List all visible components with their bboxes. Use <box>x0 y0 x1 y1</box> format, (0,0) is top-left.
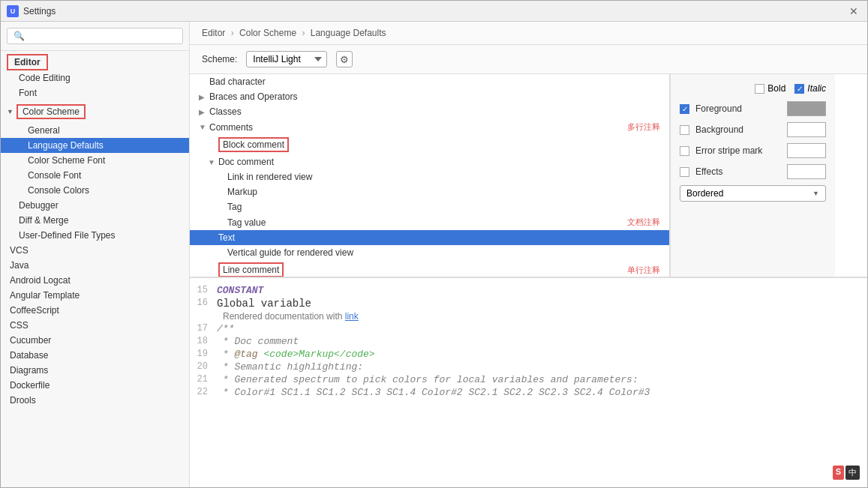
tree-item-label: Link in rendered view <box>227 172 312 182</box>
tree-item-comments[interactable]: ▼ Comments 多行注释 <box>190 119 669 135</box>
settings-window: U Settings ✕ Editor Code Editing Font ▼ <box>0 0 868 488</box>
chevron-classes: ▶ <box>199 108 206 116</box>
sidebar-item-console-font[interactable]: Console Font <box>1 168 189 183</box>
background-checkbox[interactable] <box>680 125 689 135</box>
foreground-checkbox[interactable] <box>680 104 689 114</box>
main-area: Editor › Color Scheme › Language Default… <box>190 22 867 487</box>
gear-button[interactable]: ⚙ <box>336 51 353 67</box>
code-line-19: 19 * @tag <code>Markup</code> <box>190 348 867 361</box>
italic-checkbox[interactable] <box>794 84 804 94</box>
tree-item-tag-value[interactable]: Tag value 文档注释 <box>190 214 669 230</box>
sidebar-item-vcs[interactable]: VCS <box>1 243 189 258</box>
effects-color-swatch[interactable] <box>787 164 826 179</box>
sidebar-item-dockerfile[interactable]: Dockerfile <box>1 378 189 393</box>
line-num-18: 18 <box>190 336 217 346</box>
app-icon: U <box>7 5 19 17</box>
tree-item-text[interactable]: Text <box>190 230 669 245</box>
effects-label: Effects <box>695 166 781 177</box>
effects-dropdown[interactable]: Bordered ▼ <box>680 185 826 202</box>
editor-label: Editor <box>7 54 48 70</box>
tree-item-classes[interactable]: ▶ Classes <box>190 104 669 119</box>
line-content-20: * Semantic highlighting: <box>217 361 867 373</box>
tree-item-label: Comments <box>209 122 253 133</box>
bold-label: Bold <box>767 83 785 94</box>
sidebar-item-java[interactable]: Java <box>1 258 189 273</box>
breadcrumb-sep2: › <box>302 28 307 38</box>
sidebar-item-debugger[interactable]: Debugger <box>1 198 189 213</box>
sidebar-item-color-scheme-font[interactable]: Color Scheme Font <box>1 153 189 168</box>
code-line-18: 18 * Doc comment <box>190 335 867 348</box>
tree-item-doc-comment[interactable]: ▼ Doc comment <box>190 154 669 169</box>
sidebar-item-code-editing[interactable]: Code Editing <box>1 70 189 85</box>
sidebar-item-coffeescript[interactable]: CoffeeScript <box>1 303 189 318</box>
sidebar-color-scheme-group: ▼ Color Scheme <box>1 102 189 121</box>
tree-item-label: Classes <box>209 106 242 117</box>
line-content-21: * Generated spectrum to pick colors for … <box>217 374 867 385</box>
effects-checkbox[interactable] <box>680 167 689 177</box>
tree-item-markup[interactable]: Markup <box>190 184 669 199</box>
tree-item-block-comment[interactable]: Block comment <box>190 135 669 154</box>
tree-item-link-rendered[interactable]: Link in rendered view <box>190 169 669 184</box>
bold-italic-row: Bold Italic <box>680 83 826 94</box>
chevron-down-icon: ▼ <box>812 190 819 197</box>
sidebar-item-database[interactable]: Database <box>1 348 189 363</box>
properties-panel: Bold Italic Foreground <box>670 74 835 277</box>
chevron-braces: ▶ <box>199 93 206 101</box>
sidebar: Editor Code Editing Font ▼ Color Scheme … <box>1 22 190 487</box>
error-stripe-color-swatch[interactable] <box>787 143 826 158</box>
code-line-16: 16 Global variable <box>190 297 867 310</box>
line-content-17: /** <box>217 323 867 334</box>
sidebar-item-diff-merge[interactable]: Diff & Merge <box>1 213 189 228</box>
line-content-doc: Rendered documentation with link <box>217 311 867 322</box>
sidebar-item-android-logcat[interactable]: Android Logcat <box>1 273 189 288</box>
sidebar-item-css[interactable]: CSS <box>1 318 189 333</box>
tree-item-label: Bad character <box>209 76 266 87</box>
tree-item-bad-character[interactable]: Bad character <box>190 74 669 89</box>
tree-item-vertical-guide[interactable]: Vertical guide for rendered view <box>190 245 669 260</box>
tag-value-annotation: 文档注释 <box>627 217 660 228</box>
sidebar-item-cucumber[interactable]: Cucumber <box>1 333 189 348</box>
sidebar-item-drools[interactable]: Drools <box>1 393 189 408</box>
bold-checkbox[interactable] <box>755 84 764 94</box>
tree-item-label: Text <box>218 232 235 243</box>
italic-option: Italic <box>794 83 826 94</box>
background-color-swatch[interactable] <box>787 122 826 137</box>
line-content-16: Global variable <box>217 298 867 310</box>
search-input[interactable] <box>7 28 183 44</box>
scheme-label: Scheme: <box>202 54 237 64</box>
sidebar-item-diagrams[interactable]: Diagrams <box>1 363 189 378</box>
scheme-select[interactable]: IntelliJ Light Default Darcula High Cont… <box>246 51 327 67</box>
line-num-21: 21 <box>190 374 217 385</box>
sidebar-tree: Editor Code Editing Font ▼ Color Scheme … <box>1 51 189 487</box>
sidebar-item-console-colors[interactable]: Console Colors <box>1 183 189 198</box>
sidebar-item-general[interactable]: General <box>1 123 189 138</box>
tree-item-braces[interactable]: ▶ Braces and Operators <box>190 89 669 104</box>
line-content-15: CONSTANT <box>217 285 867 296</box>
foreground-color-swatch[interactable] <box>787 101 826 116</box>
error-stripe-checkbox[interactable] <box>680 146 689 156</box>
tree-item-label: Braces and Operators <box>209 91 297 102</box>
title-bar: U Settings ✕ <box>1 1 867 22</box>
sidebar-item-language-defaults[interactable]: Language Defaults <box>1 138 189 153</box>
tree-item-tag[interactable]: Tag <box>190 199 669 214</box>
line-num-20: 20 <box>190 361 217 372</box>
sidebar-item-angular-template[interactable]: Angular Template <box>1 288 189 303</box>
code-line-20: 20 * Semantic highlighting: <box>190 361 867 373</box>
close-button[interactable]: ✕ <box>846 4 861 19</box>
tree-item-line-comment[interactable]: Line comment 单行注释 <box>190 260 669 277</box>
block-comment-bordered: Block comment <box>218 137 289 152</box>
comments-annotation: 多行注释 <box>627 121 660 133</box>
tree-panel: Bad character ▶ Braces and Operators ▶ C… <box>190 74 670 277</box>
ime-s-icon: S <box>833 466 844 480</box>
sidebar-item-font[interactable]: Font <box>1 85 189 100</box>
line-num-16: 16 <box>190 298 217 308</box>
error-stripe-row: Error stripe mark <box>680 143 826 158</box>
ime-indicator: S 中 <box>833 466 860 480</box>
effects-row: Effects <box>680 164 826 179</box>
italic-label: Italic <box>807 83 826 94</box>
chevron-doc-comment: ▼ <box>208 158 215 166</box>
color-scheme-label[interactable]: Color Scheme <box>17 104 86 119</box>
sidebar-item-user-defined[interactable]: User-Defined File Types <box>1 228 189 243</box>
main-content: Editor Code Editing Font ▼ Color Scheme … <box>1 22 867 487</box>
rendered-link[interactable]: link <box>345 311 359 322</box>
